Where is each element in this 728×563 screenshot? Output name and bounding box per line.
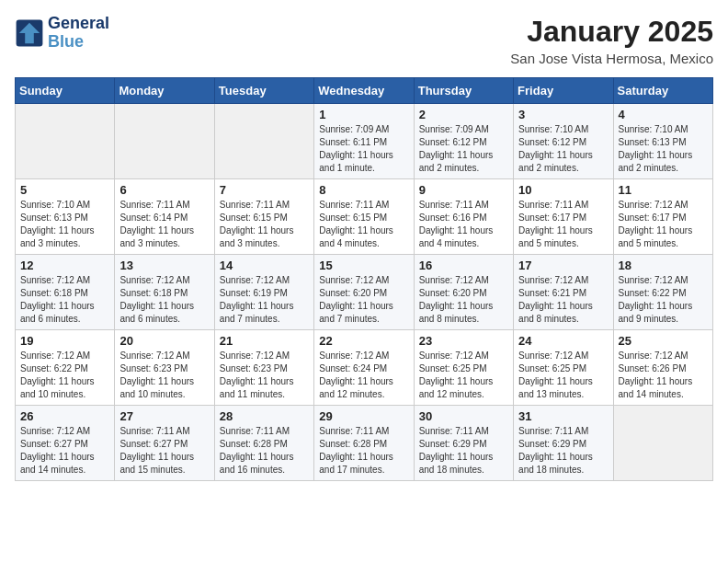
logo: General Blue [15, 15, 109, 52]
calendar-cell: 26Sunrise: 7:12 AM Sunset: 6:27 PM Dayli… [16, 406, 115, 481]
calendar-cell: 28Sunrise: 7:11 AM Sunset: 6:28 PM Dayli… [214, 406, 313, 481]
calendar-header-row: SundayMondayTuesdayWednesdayThursdayFrid… [16, 78, 713, 104]
calendar-cell: 8Sunrise: 7:11 AM Sunset: 6:15 PM Daylig… [314, 179, 414, 255]
day-info: Sunrise: 7:11 AM Sunset: 6:29 PM Dayligh… [518, 425, 608, 477]
calendar-cell: 25Sunrise: 7:12 AM Sunset: 6:26 PM Dayli… [613, 330, 712, 406]
day-number: 19 [20, 334, 109, 348]
day-number: 3 [518, 108, 608, 121]
calendar-cell: 19Sunrise: 7:12 AM Sunset: 6:22 PM Dayli… [16, 330, 115, 406]
day-number: 31 [518, 409, 608, 423]
calendar-cell: 22Sunrise: 7:12 AM Sunset: 6:24 PM Dayli… [314, 330, 414, 406]
day-number: 30 [419, 409, 508, 423]
title-block: January 2025 San Jose Vista Hermosa, Mex… [510, 15, 713, 66]
day-number: 28 [220, 409, 309, 423]
day-info: Sunrise: 7:11 AM Sunset: 6:14 PM Dayligh… [119, 199, 209, 250]
calendar-week-row: 12Sunrise: 7:12 AM Sunset: 6:18 PM Dayli… [16, 255, 713, 330]
calendar-day-header: Saturday [613, 78, 712, 104]
calendar-cell: 12Sunrise: 7:12 AM Sunset: 6:18 PM Dayli… [16, 255, 115, 330]
calendar-cell: 29Sunrise: 7:11 AM Sunset: 6:28 PM Dayli… [314, 406, 414, 481]
day-info: Sunrise: 7:11 AM Sunset: 6:27 PM Dayligh… [119, 425, 209, 477]
day-number: 25 [619, 334, 708, 348]
calendar-cell: 1Sunrise: 7:09 AM Sunset: 6:11 PM Daylig… [314, 104, 414, 179]
day-number: 18 [619, 259, 708, 272]
calendar-cell: 13Sunrise: 7:12 AM Sunset: 6:18 PM Dayli… [115, 255, 214, 330]
day-number: 22 [319, 334, 408, 348]
calendar-day-header: Friday [514, 78, 613, 104]
day-number: 20 [119, 334, 209, 348]
calendar-cell: 31Sunrise: 7:11 AM Sunset: 6:29 PM Dayli… [514, 406, 613, 481]
calendar-cell: 17Sunrise: 7:12 AM Sunset: 6:21 PM Dayli… [514, 255, 613, 330]
calendar-cell: 10Sunrise: 7:11 AM Sunset: 6:17 PM Dayli… [514, 179, 613, 255]
day-info: Sunrise: 7:12 AM Sunset: 6:25 PM Dayligh… [518, 350, 608, 401]
day-info: Sunrise: 7:12 AM Sunset: 6:18 PM Dayligh… [119, 274, 209, 326]
calendar-week-row: 26Sunrise: 7:12 AM Sunset: 6:27 PM Dayli… [16, 406, 713, 481]
calendar-cell: 6Sunrise: 7:11 AM Sunset: 6:14 PM Daylig… [115, 179, 214, 255]
day-number: 8 [319, 183, 408, 197]
day-number: 2 [419, 108, 508, 121]
calendar-cell: 20Sunrise: 7:12 AM Sunset: 6:23 PM Dayli… [115, 330, 214, 406]
day-number: 29 [319, 409, 408, 423]
day-info: Sunrise: 7:09 AM Sunset: 6:12 PM Dayligh… [419, 123, 508, 175]
calendar-cell: 27Sunrise: 7:11 AM Sunset: 6:27 PM Dayli… [115, 406, 214, 481]
day-info: Sunrise: 7:12 AM Sunset: 6:17 PM Dayligh… [619, 199, 708, 250]
calendar-cell: 5Sunrise: 7:10 AM Sunset: 6:13 PM Daylig… [16, 179, 115, 255]
calendar-cell [16, 104, 115, 179]
calendar-cell: 14Sunrise: 7:12 AM Sunset: 6:19 PM Dayli… [214, 255, 313, 330]
location-title: San Jose Vista Hermosa, Mexico [510, 51, 713, 66]
day-number: 7 [220, 183, 309, 197]
calendar-cell: 30Sunrise: 7:11 AM Sunset: 6:29 PM Dayli… [414, 406, 513, 481]
day-info: Sunrise: 7:12 AM Sunset: 6:19 PM Dayligh… [220, 274, 309, 326]
calendar-cell: 21Sunrise: 7:12 AM Sunset: 6:23 PM Dayli… [214, 330, 313, 406]
calendar-day-header: Monday [115, 78, 214, 104]
calendar-day-header: Wednesday [314, 78, 414, 104]
page-header: General Blue January 2025 San Jose Vista… [15, 15, 713, 66]
day-number: 1 [319, 108, 408, 121]
day-number: 24 [518, 334, 608, 348]
day-number: 10 [518, 183, 608, 197]
day-info: Sunrise: 7:12 AM Sunset: 6:18 PM Dayligh… [20, 274, 109, 326]
day-info: Sunrise: 7:11 AM Sunset: 6:28 PM Dayligh… [220, 425, 309, 477]
calendar-cell [613, 406, 712, 481]
day-info: Sunrise: 7:12 AM Sunset: 6:22 PM Dayligh… [619, 274, 708, 326]
calendar-cell: 3Sunrise: 7:10 AM Sunset: 6:12 PM Daylig… [514, 104, 613, 179]
day-info: Sunrise: 7:12 AM Sunset: 6:27 PM Dayligh… [20, 425, 109, 477]
calendar-day-header: Tuesday [214, 78, 313, 104]
day-number: 21 [220, 334, 309, 348]
day-info: Sunrise: 7:12 AM Sunset: 6:25 PM Dayligh… [419, 350, 508, 401]
day-info: Sunrise: 7:10 AM Sunset: 6:13 PM Dayligh… [20, 199, 109, 250]
calendar-cell [214, 104, 313, 179]
day-info: Sunrise: 7:12 AM Sunset: 6:26 PM Dayligh… [619, 350, 708, 401]
day-info: Sunrise: 7:12 AM Sunset: 6:23 PM Dayligh… [220, 350, 309, 401]
calendar-cell: 23Sunrise: 7:12 AM Sunset: 6:25 PM Dayli… [414, 330, 513, 406]
calendar-table: SundayMondayTuesdayWednesdayThursdayFrid… [15, 77, 713, 481]
day-info: Sunrise: 7:11 AM Sunset: 6:28 PM Dayligh… [319, 425, 408, 477]
day-info: Sunrise: 7:12 AM Sunset: 6:21 PM Dayligh… [518, 274, 608, 326]
day-number: 27 [119, 409, 209, 423]
day-info: Sunrise: 7:11 AM Sunset: 6:29 PM Dayligh… [419, 425, 508, 477]
calendar-day-header: Thursday [414, 78, 513, 104]
calendar-week-row: 1Sunrise: 7:09 AM Sunset: 6:11 PM Daylig… [16, 104, 713, 179]
calendar-week-row: 5Sunrise: 7:10 AM Sunset: 6:13 PM Daylig… [16, 179, 713, 255]
day-info: Sunrise: 7:12 AM Sunset: 6:24 PM Dayligh… [319, 350, 408, 401]
logo-text: General Blue [48, 15, 109, 52]
day-number: 14 [220, 259, 309, 272]
calendar-week-row: 19Sunrise: 7:12 AM Sunset: 6:22 PM Dayli… [16, 330, 713, 406]
day-number: 26 [20, 409, 109, 423]
month-title: January 2025 [510, 15, 713, 49]
calendar-cell: 2Sunrise: 7:09 AM Sunset: 6:12 PM Daylig… [414, 104, 513, 179]
calendar-cell: 7Sunrise: 7:11 AM Sunset: 6:15 PM Daylig… [214, 179, 313, 255]
day-number: 17 [518, 259, 608, 272]
day-info: Sunrise: 7:10 AM Sunset: 6:13 PM Dayligh… [619, 123, 708, 175]
day-info: Sunrise: 7:11 AM Sunset: 6:17 PM Dayligh… [518, 199, 608, 250]
day-number: 23 [419, 334, 508, 348]
day-info: Sunrise: 7:10 AM Sunset: 6:12 PM Dayligh… [518, 123, 608, 175]
day-info: Sunrise: 7:11 AM Sunset: 6:15 PM Dayligh… [220, 199, 309, 250]
day-number: 4 [619, 108, 708, 121]
day-number: 12 [20, 259, 109, 272]
calendar-cell: 15Sunrise: 7:12 AM Sunset: 6:20 PM Dayli… [314, 255, 414, 330]
calendar-cell: 11Sunrise: 7:12 AM Sunset: 6:17 PM Dayli… [613, 179, 712, 255]
logo-icon [15, 18, 44, 48]
day-info: Sunrise: 7:12 AM Sunset: 6:22 PM Dayligh… [20, 350, 109, 401]
day-number: 6 [119, 183, 209, 197]
calendar-cell [115, 104, 214, 179]
